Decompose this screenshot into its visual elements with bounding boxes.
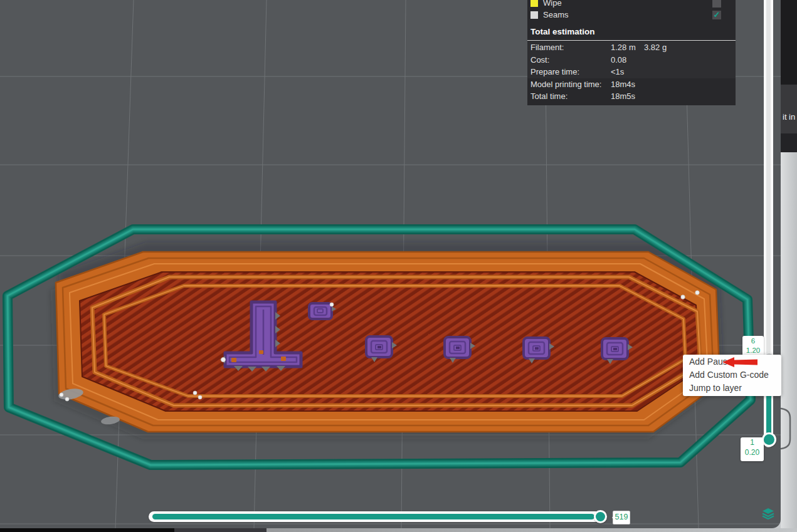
right-panel-fragment-text: it in <box>783 112 795 122</box>
legend-row-seams: Seams ✓ <box>527 9 736 21</box>
move-slider-badge: 519 <box>613 511 630 524</box>
plate-handle-bracket <box>779 406 793 454</box>
menu-item-add-custom-gcode[interactable]: Add Custom G-code <box>683 368 781 382</box>
object-square-2 <box>445 337 470 358</box>
layer-badge-bottom: 1 0.20 <box>741 437 764 461</box>
move-slider-thumb[interactable] <box>596 512 605 521</box>
layer-slider-bottom-thumb[interactable] <box>764 434 774 445</box>
estimation-row-cost: Cost: 0.08 <box>527 54 736 66</box>
layers-icon[interactable] <box>761 506 776 521</box>
estimation-row-filament: Filament: 1.28 m 3.82 g <box>527 41 736 54</box>
legend-estimation-panel: Wipe Seams ✓ Total estimation Filament: … <box>527 0 736 105</box>
move-slider-fill <box>152 514 594 519</box>
estimation-divider <box>527 40 736 41</box>
right-panel-fragment-mid: it in <box>781 85 797 133</box>
legend-label: Wipe <box>543 0 562 8</box>
wipe-checkbox[interactable] <box>712 0 721 8</box>
seams-color-swatch <box>530 11 538 19</box>
right-panel-fragment-bottom <box>781 133 797 152</box>
seams-checkbox[interactable]: ✓ <box>712 11 721 19</box>
red-arrow-annotation-icon <box>721 357 760 370</box>
checkmark-icon: ✓ <box>714 11 720 19</box>
menu-item-jump-to-layer[interactable]: Jump to layer <box>683 382 781 395</box>
wipe-color-swatch <box>530 0 538 7</box>
estimation-row-model-time: Model printing time: 18m4s <box>527 78 736 91</box>
bottom-edge-strip <box>0 528 797 532</box>
estimation-row-total-time: Total time: 18m5s <box>527 90 736 103</box>
legend-row-wipe: Wipe <box>527 0 736 9</box>
object-square-small <box>309 303 332 319</box>
legend-label: Seams <box>543 10 568 19</box>
object-square-3 <box>524 338 549 358</box>
right-panel-fragment: it in <box>781 0 797 152</box>
estimation-title: Total estimation <box>527 27 736 38</box>
estimation-row-prepare-time: Prepare time: <1s <box>527 66 736 78</box>
object-square-4 <box>602 338 628 359</box>
slicer-preview-screen: it in Wipe Seams ✓ Total estimation <box>0 0 797 532</box>
object-square-1 <box>366 336 392 357</box>
layer-slider-groove <box>766 0 771 362</box>
right-panel-fragment-top <box>781 0 797 85</box>
